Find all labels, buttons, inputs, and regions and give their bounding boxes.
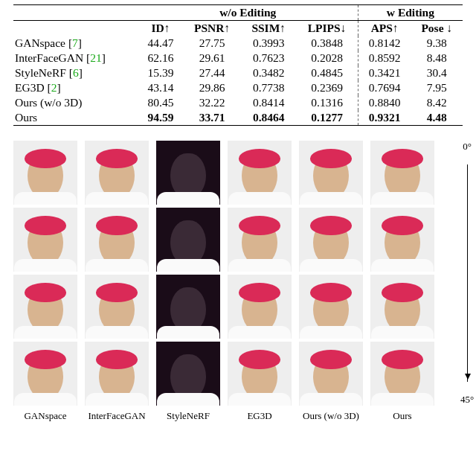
- face-r1-c2: [156, 208, 220, 272]
- col-id: ID↑: [138, 21, 184, 36]
- cell: 8.42: [411, 95, 463, 110]
- fig-col-label-0: GANspace: [13, 410, 77, 422]
- face-r2-c0: [13, 275, 77, 339]
- header-method-blank: [13, 5, 138, 21]
- cell: 0.8142: [358, 36, 411, 51]
- face-r2-c5: [370, 275, 434, 339]
- face-r0-c3: [228, 141, 292, 205]
- cell: 8.48: [411, 51, 463, 65]
- cell: 0.8840: [358, 95, 411, 110]
- cell: 0.4845: [296, 65, 358, 80]
- cell: 0.1316: [296, 95, 358, 110]
- method-stylenerf: StyleNeRF [6]: [13, 65, 138, 80]
- face-r3-c4: [299, 342, 363, 406]
- method-interfacegan: InterFaceGAN [21]: [13, 51, 138, 65]
- face-r0-c1: [85, 141, 149, 205]
- method-eg3d: EG3D [2]: [13, 80, 138, 95]
- face-r2-c4: [299, 275, 363, 339]
- method-ganspace: GANspace [7]: [13, 36, 138, 51]
- face-r1-c3: [228, 208, 292, 272]
- cell: 44.47: [138, 36, 184, 51]
- col-pose: Pose ↓: [411, 21, 463, 36]
- citation: [21]: [86, 51, 106, 64]
- face-r2-c1: [85, 275, 149, 339]
- cell: 43.14: [138, 80, 184, 95]
- cell: 4.48: [411, 110, 463, 126]
- cell: 80.45: [138, 95, 184, 110]
- citation: [7]: [68, 36, 82, 49]
- face-r2-c2: [156, 275, 220, 339]
- col-lpips: LPIPS↓: [296, 21, 358, 36]
- face-r3-c0: [13, 342, 77, 406]
- cell: 0.1277: [296, 110, 358, 126]
- cell: 0.9321: [358, 110, 411, 126]
- cell: 0.8464: [241, 110, 296, 126]
- cell: 0.8414: [241, 95, 296, 110]
- cell: 27.75: [183, 36, 241, 51]
- cell: 9.38: [411, 36, 463, 51]
- cell: 0.3482: [241, 65, 296, 80]
- qualitative-figure: GANspaceInterFaceGANStyleNeRFEG3DOurs (w…: [0, 126, 476, 426]
- cell: 7.95: [411, 80, 463, 95]
- method-ours: Ours: [13, 110, 138, 126]
- cell: 0.7694: [358, 80, 411, 95]
- fig-col-label-1: InterFaceGAN: [85, 410, 149, 422]
- column-labels-row: GANspaceInterFaceGANStyleNeRFEG3DOurs (w…: [13, 410, 463, 422]
- fig-col-label-2: StyleNeRF: [156, 410, 220, 422]
- face-r3-c1: [85, 342, 149, 406]
- fig-col-label-4: Ours (w/o 3D): [299, 410, 363, 422]
- cell: 29.61: [183, 51, 241, 65]
- cell: 29.86: [183, 80, 241, 95]
- cell: 33.71: [183, 110, 241, 126]
- face-r3-c5: [370, 342, 434, 406]
- col-psnr: PSNR↑: [183, 21, 241, 36]
- angle-arrow: [467, 164, 468, 382]
- face-r1-c4: [299, 208, 363, 272]
- cell: 0.7738: [241, 80, 296, 95]
- header-group-noedit: w/o Editing: [138, 5, 358, 21]
- cell: 94.59: [138, 110, 184, 126]
- face-r1-c0: [13, 208, 77, 272]
- face-r1-c5: [370, 208, 434, 272]
- cell: 30.4: [411, 65, 463, 80]
- cell: 0.8592: [358, 51, 411, 65]
- fig-col-label-3: EG3D: [228, 410, 292, 422]
- cell: 0.2028: [296, 51, 358, 65]
- cell: 0.2369: [296, 80, 358, 95]
- fig-col-label-5: Ours: [370, 410, 434, 422]
- angle-axis: 0° 45°: [458, 141, 476, 406]
- results-table: w/o Editing w Editing ID↑PSNR↑SSIM↑LPIPS…: [0, 0, 476, 126]
- citation: [2]: [47, 81, 60, 94]
- col-ssim: SSIM↑: [241, 21, 296, 36]
- face-r0-c2: [156, 141, 220, 205]
- face-r0-c0: [13, 141, 77, 205]
- face-r0-c4: [299, 141, 363, 205]
- header-group-edit: w Editing: [358, 5, 463, 21]
- cell: 15.39: [138, 65, 184, 80]
- face-r3-c2: [156, 342, 220, 406]
- angle-bottom-label: 45°: [460, 394, 474, 406]
- face-r1-c1: [85, 208, 149, 272]
- face-r2-c3: [228, 275, 292, 339]
- face-r3-c3: [228, 342, 292, 406]
- face-grid: [13, 141, 463, 406]
- cell: 0.3993: [241, 36, 296, 51]
- cell: 27.44: [183, 65, 241, 80]
- cell: 0.3421: [358, 65, 411, 80]
- col-aps: APS↑: [358, 21, 411, 36]
- citation: [6]: [69, 66, 83, 79]
- cell: 62.16: [138, 51, 184, 65]
- cell: 0.7623: [241, 51, 296, 65]
- method-ourswo3d: Ours (w/o 3D): [13, 95, 138, 110]
- cell: 32.22: [183, 95, 241, 110]
- angle-top-label: 0°: [463, 141, 472, 153]
- cell: 0.3848: [296, 36, 358, 51]
- face-r0-c5: [370, 141, 434, 205]
